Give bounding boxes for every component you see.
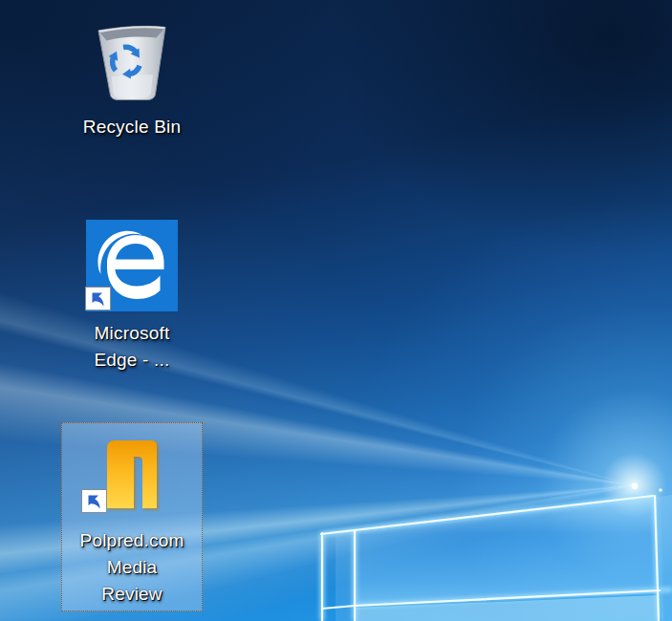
icon-label-line: Review — [80, 581, 184, 608]
desktop: Recycle Bin Microsoft Edge - ... — [0, 0, 672, 621]
icon-label-line: Microsoft — [94, 320, 169, 347]
icon-label: Microsoft Edge - ... — [94, 320, 169, 374]
icon-label: Recycle Bin — [83, 114, 182, 140]
icon-label-line: Media — [80, 554, 184, 581]
icon-label-line: Recycle Bin — [83, 114, 182, 140]
microsoft-edge-icon — [86, 220, 178, 311]
icon-label-line: Edge - ... — [94, 347, 169, 374]
icon-label-line: Polpred.com — [80, 527, 184, 554]
recycle-bin-icon — [86, 13, 178, 105]
desktop-icon-microsoft-edge[interactable]: Microsoft Edge - ... — [60, 220, 204, 374]
desktop-icon-polpred-media-review[interactable]: Polpred.com Media Review — [61, 422, 203, 611]
edge-tile — [86, 220, 178, 311]
shortcut-arrow-icon — [85, 287, 111, 310]
polpred-icon — [86, 428, 178, 520]
shortcut-arrow-icon — [81, 489, 107, 513]
icon-label: Polpred.com Media Review — [80, 527, 184, 608]
desktop-icon-recycle-bin[interactable]: Recycle Bin — [60, 13, 204, 140]
